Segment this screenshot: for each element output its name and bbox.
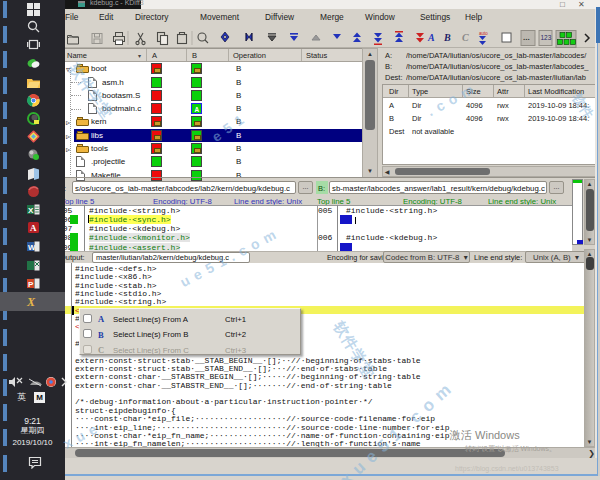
svg-text:X: X (28, 206, 34, 215)
svg-text:B: B (443, 32, 451, 43)
svg-text:123: 123 (541, 34, 552, 41)
svg-text:...: ... (523, 33, 530, 42)
svg-text:A: A (427, 32, 435, 43)
svg-text:auto: auto (479, 31, 488, 36)
svg-text:P: P (28, 280, 34, 289)
svg-text:A: A (30, 223, 37, 233)
svg-text:C: C (462, 32, 469, 43)
